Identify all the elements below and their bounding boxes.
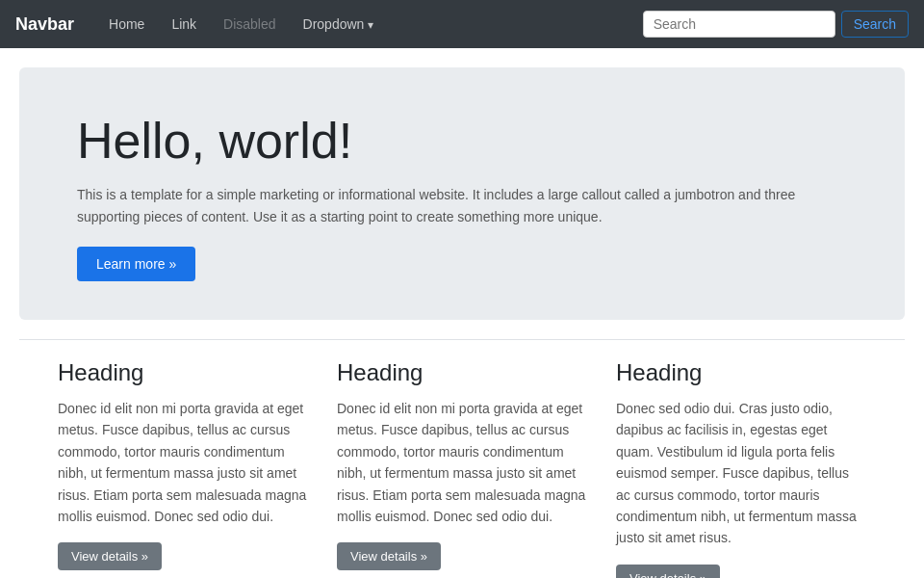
content-card-3: Heading Donec sed odio dui. Cras justo o… [616, 359, 866, 578]
card-3-button[interactable]: View details » [616, 565, 720, 578]
search-input[interactable] [643, 11, 835, 38]
navbar-link-home[interactable]: Home [97, 9, 156, 39]
card-2-body: Donec id elit non mi porta gravida at eg… [337, 398, 587, 527]
card-1-body: Donec id elit non mi porta gravida at eg… [58, 398, 308, 527]
jumbotron-description: This is a template for a simple marketin… [77, 184, 808, 227]
content-card-2: Heading Donec id elit non mi porta gravi… [337, 359, 587, 578]
card-3-body: Donec sed odio dui. Cras justo odio, dap… [616, 398, 866, 549]
navbar-brand[interactable]: Navbar [15, 14, 74, 35]
card-1-button[interactable]: View details » [58, 542, 162, 570]
learn-more-button[interactable]: Learn more » [77, 247, 195, 281]
navbar-links: Home Link Disabled Dropdown [97, 9, 643, 39]
navbar: Navbar Home Link Disabled Dropdown Searc… [0, 0, 924, 48]
card-2-heading: Heading [337, 359, 587, 386]
search-button[interactable]: Search [841, 11, 909, 38]
navbar-link-link[interactable]: Link [160, 9, 208, 39]
navbar-link-dropdown[interactable]: Dropdown [292, 9, 385, 39]
jumbotron: Hello, world! This is a template for a s… [19, 67, 905, 320]
card-3-heading: Heading [616, 359, 866, 386]
navbar-search: Search [643, 11, 909, 38]
card-1-heading: Heading [58, 359, 308, 386]
content-area: Heading Donec id elit non mi porta gravi… [0, 340, 924, 578]
jumbotron-heading: Hello, world! [77, 114, 847, 169]
content-card-1: Heading Donec id elit non mi porta gravi… [58, 359, 308, 578]
card-2-button[interactable]: View details » [337, 542, 441, 570]
navbar-link-disabled: Disabled [212, 9, 287, 39]
